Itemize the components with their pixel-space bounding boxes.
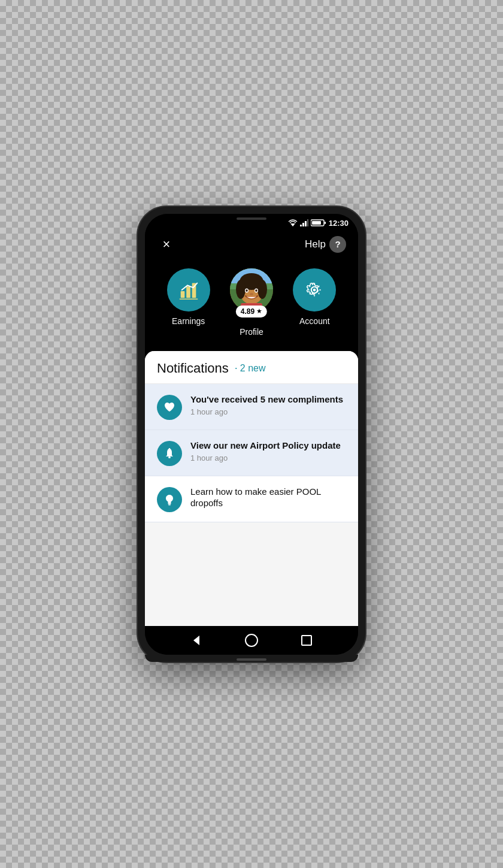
notification-item[interactable]: View our new Airport Policy update 1 hou… [145, 430, 358, 476]
account-icon-circle [293, 268, 336, 311]
svg-rect-29 [168, 503, 171, 504]
help-icon: ? [329, 236, 346, 253]
svg-point-21 [246, 289, 248, 292]
notification-content: View our new Airport Policy update 1 hou… [190, 440, 346, 463]
earnings-label: Earnings [172, 316, 205, 326]
earnings-icon-circle [167, 268, 210, 311]
top-bar: × Help ? [145, 230, 358, 264]
phone-frame: 12:30 × Help ? [138, 207, 365, 662]
signal-icon [300, 219, 308, 226]
speaker [237, 217, 266, 220]
notification-content: You've received 5 new compliments 1 hour… [190, 394, 346, 417]
account-label: Account [299, 316, 330, 326]
bell-icon [163, 447, 176, 460]
notifications-section: Notifications · 2 new You've received 5 … [145, 351, 358, 626]
svg-marker-0 [290, 223, 295, 226]
svg-point-18 [257, 280, 267, 299]
earnings-menu-item[interactable]: Earnings [167, 268, 210, 326]
svg-rect-8 [180, 291, 184, 297]
notification-list: You've received 5 new compliments 1 hour… [145, 384, 358, 626]
svg-point-26 [313, 288, 316, 291]
svg-rect-1 [300, 225, 302, 226]
pool-icon [157, 487, 182, 512]
policy-icon [157, 441, 182, 466]
rating-badge: 4.89 ★ [236, 306, 267, 317]
svg-rect-7 [325, 222, 326, 224]
svg-rect-2 [302, 223, 304, 226]
svg-marker-31 [193, 636, 199, 645]
notifications-header: Notifications · 2 new [145, 351, 358, 384]
profile-menu-item[interactable]: 4.89 ★ Profile [230, 268, 273, 337]
rating-value: 4.89 [241, 307, 254, 316]
time-display: 12:30 [329, 219, 349, 228]
notif-time: 1 hour ago [190, 407, 346, 416]
profile-label: Profile [240, 327, 263, 337]
phone-screen: 12:30 × Help ? [145, 214, 358, 655]
account-menu-item[interactable]: Account [293, 268, 336, 326]
lightbulb-icon [163, 493, 176, 506]
notif-title: View our new Airport Policy update [190, 440, 346, 452]
back-icon [190, 634, 202, 646]
notification-item[interactable]: You've received 5 new compliments 1 hour… [145, 384, 358, 430]
svg-point-17 [236, 280, 246, 299]
notification-content: Learn how to make easier POOL dropoffs [190, 486, 346, 512]
svg-point-22 [255, 289, 257, 292]
heart-icon [163, 401, 176, 414]
help-label: Help [305, 238, 326, 250]
menu-section: Earnings [145, 264, 358, 351]
recents-icon [301, 635, 312, 646]
account-icon [303, 279, 326, 301]
svg-rect-4 [307, 219, 308, 226]
android-nav-bar [145, 626, 358, 655]
help-button[interactable]: Help ? [305, 236, 346, 253]
notif-title: You've received 5 new compliments [190, 394, 346, 406]
notifications-title: Notifications [157, 361, 229, 376]
home-button[interactable] [244, 633, 259, 648]
svg-rect-30 [168, 504, 171, 506]
close-button[interactable]: × [157, 235, 176, 254]
svg-rect-9 [186, 286, 190, 298]
home-icon [245, 634, 258, 647]
notif-time: 1 hour ago [190, 453, 346, 462]
svg-rect-27 [168, 456, 171, 458]
status-bar: 12:30 [145, 214, 358, 230]
status-icons: 12:30 [288, 219, 349, 228]
recents-button[interactable] [299, 633, 314, 648]
new-count: 2 new [240, 363, 266, 374]
earnings-icon [177, 279, 200, 301]
wifi-icon [288, 219, 298, 226]
notif-title: Learn how to make easier POOL dropoffs [190, 486, 346, 509]
star-icon: ★ [256, 307, 262, 315]
back-button[interactable] [189, 633, 204, 648]
svg-rect-6 [312, 221, 321, 225]
new-badge: · 2 new [235, 362, 266, 374]
battery-icon [311, 219, 326, 226]
home-indicator [237, 658, 266, 661]
new-dot: · [235, 362, 238, 374]
svg-point-23 [250, 293, 253, 295]
compliments-icon [157, 395, 182, 420]
notification-item[interactable]: Learn how to make easier POOL dropoffs [145, 476, 358, 522]
svg-rect-3 [305, 221, 307, 226]
